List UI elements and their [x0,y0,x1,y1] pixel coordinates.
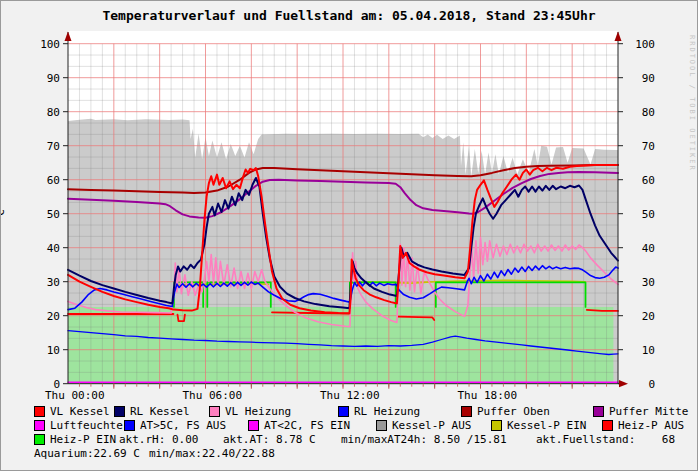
legend-label: AT>5C, FS AUS [140,419,226,432]
svg-text:100: 100 [40,38,60,51]
svg-text:90: 90 [47,72,60,85]
legend-row-2: Luftfeuchte AT>5C, FS AUS AT<2C, FS EIN … [1,419,698,432]
legend-item: AT>5C, FS AUS [124,419,226,432]
heiz-p-aus-swatch-icon [602,420,613,431]
svg-text:60: 60 [642,174,655,187]
svg-text:90: 90 [642,72,655,85]
svg-text:Thu 12:00: Thu 12:00 [320,389,380,402]
svg-text:50: 50 [47,208,60,221]
legend-item: Kessel-P AUS [376,419,471,432]
svg-text:Thu 00:00: Thu 00:00 [45,389,105,402]
stat-aquarium-minmax: min/max:22.40/22.88 [149,447,275,460]
puffer-oben-swatch-icon [461,406,472,417]
svg-text:80: 80 [47,106,60,119]
luftfeuchte-swatch-icon [34,420,45,431]
temperature-chart: 0010102020303040405050606070708080909010… [1,1,698,403]
svg-text:30: 30 [642,276,655,289]
at-ein-swatch-icon [248,420,259,431]
svg-text:0: 0 [648,378,655,391]
kessel-p-ein-swatch-icon [491,420,502,431]
svg-text:Thu 06:00: Thu 06:00 [183,389,243,402]
vl-heizung-swatch-icon [209,406,220,417]
legend-label: Puffer Mitte [609,405,688,418]
svg-text:50: 50 [642,208,655,221]
legend-item: Heiz-P EIN [34,433,116,446]
legend-item: RL Heizung [338,405,420,418]
legend-item: Luftfeuchte [34,419,123,432]
puffer-mitte-swatch-icon [593,406,604,417]
svg-text:80: 80 [642,106,655,119]
legend-label: Luftfeuchte [50,419,123,432]
legend-item: VL Heizung [209,405,291,418]
vl-kessel-swatch-icon [34,406,45,417]
rrdtool-graph-window: Temperaturverlauf und Fuellstand am: 05.… [0,0,698,471]
legend-item: Heiz-P AUS [602,419,684,432]
svg-text:10: 10 [47,344,60,357]
legend-item: RL Kessel [114,405,190,418]
legend-label: Kessel-P EIN [507,419,586,432]
legend-item: Kessel-P EIN [491,419,586,432]
legend-label: VL Heizung [225,405,291,418]
legend-label: RL Heizung [354,405,420,418]
legend-label: Heiz-P EIN [50,433,116,446]
stat-at: akt.AT: 8.78 C [223,433,316,446]
svg-text:20: 20 [642,310,655,323]
rl-kessel-swatch-icon [114,406,125,417]
legend-label: Heiz-P AUS [618,419,684,432]
legend-row-1: VL Kessel RL Kessel VL Heizung RL Heizun… [1,405,698,418]
rl-heizung-swatch-icon [338,406,349,417]
legend-row-3: Heiz-P EIN akt.rH: 0.00 akt.AT: 8.78 C m… [1,433,698,446]
svg-text:40: 40 [47,242,60,255]
svg-text:40: 40 [642,242,655,255]
svg-text:10: 10 [642,344,655,357]
at-aus-swatch-icon [124,420,135,431]
svg-text:70: 70 [47,140,60,153]
series-heiz-p-aus [587,310,618,311]
legend-item: VL Kessel [34,405,110,418]
stat-rh: akt.rH: 0.00 [119,433,198,446]
rrdtool-watermark: RRDTOOL / TOBI OETIKER [688,35,696,172]
legend-item: AT<2C, FS EIN [248,419,350,432]
kessel-p-aus-swatch-icon [376,420,387,431]
legend-label: AT<2C, FS EIN [264,419,350,432]
legend-label: Kessel-P AUS [392,419,471,432]
svg-text:20: 20 [47,310,60,323]
legend-label: VL Kessel [50,405,110,418]
legend: VL Kessel RL Kessel VL Heizung RL Heizun… [1,403,698,467]
svg-text:Thu 18:00: Thu 18:00 [458,389,518,402]
svg-text:100: 100 [635,38,655,51]
x-axis-arrow [619,380,628,387]
legend-item: Puffer Mitte [593,405,688,418]
legend-item: Puffer Oben [461,405,550,418]
stat-fuellstand: akt.Fuellstand: 68 [536,433,675,446]
heiz-p-ein-swatch-icon [34,434,45,445]
stat-minmax-at: min/maxAT24h: 8.50 /15.81 [341,433,507,446]
legend-label: Puffer Oben [477,405,550,418]
svg-text:30: 30 [47,276,60,289]
svg-text:70: 70 [642,140,655,153]
stat-aquarium: Aquarium:22.69 C [34,447,140,460]
legend-label: RL Kessel [130,405,190,418]
svg-text:60: 60 [47,174,60,187]
legend-row-4: Aquarium:22.69 C min/max:22.40/22.88 [1,447,698,460]
